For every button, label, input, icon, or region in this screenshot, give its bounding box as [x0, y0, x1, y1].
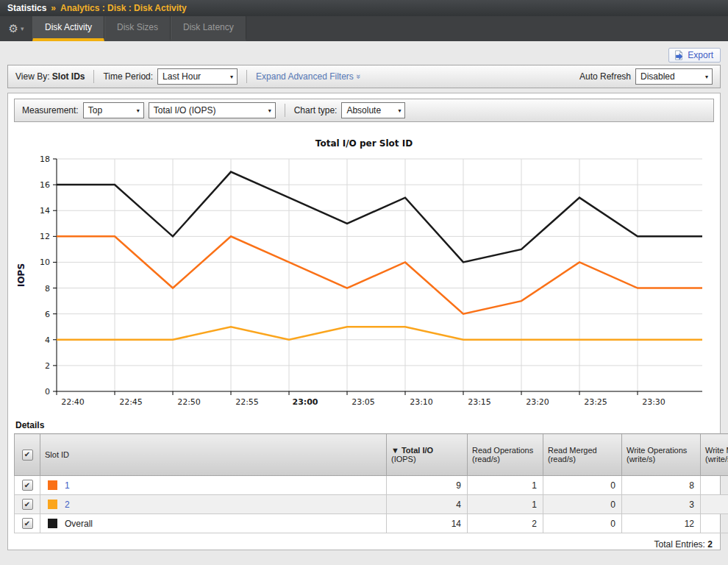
svg-text:22:50: 22:50: [177, 397, 201, 407]
cell-value: 0: [543, 514, 622, 533]
svg-text:23:20: 23:20: [526, 397, 549, 407]
column-title: Read Merged: [548, 446, 617, 455]
tab-disk-sizes[interactable]: Disk Sizes: [104, 16, 171, 41]
tab-label: Disk Sizes: [117, 22, 158, 32]
breadcrumb: Statistics » Analytics : Disk : Disk Act…: [0, 0, 728, 16]
expand-filters-label: Expand Advanced Filters: [256, 71, 354, 82]
cell-value: 37: [701, 514, 728, 533]
svg-text:22:40: 22:40: [61, 397, 85, 407]
checkmark-icon: ✔: [24, 482, 30, 489]
time-period-value: Last Hour: [163, 71, 201, 82]
tab-bar: ⚙ ▾ Disk Activity Disk Sizes Disk Latenc…: [0, 16, 728, 41]
row-checkbox[interactable]: ✔: [22, 480, 33, 491]
svg-text:8: 8: [45, 284, 50, 294]
series-color-swatch: [48, 480, 57, 490]
divider: [246, 70, 247, 83]
tab-disk-activity[interactable]: Disk Activity: [32, 16, 104, 41]
select-arrow-icon: ▾: [398, 107, 401, 114]
column-unit: (write/s): [627, 455, 696, 463]
cell-value: 12: [622, 514, 701, 533]
column-unit: (IOPS): [391, 455, 463, 463]
total-entries: Total Entries: 2: [14, 533, 714, 551]
chart-area: 02468101214161822:4022:4522:5022:5523:00…: [14, 152, 714, 413]
column-header-slot-id[interactable]: Slot ID: [40, 434, 387, 476]
auto-refresh-label: Auto Refresh: [579, 71, 631, 82]
divider: [93, 70, 94, 83]
column-header-read-operations[interactable]: Read Operations(read/s): [468, 434, 543, 476]
measurement-scope-select[interactable]: Top ▾: [83, 102, 144, 118]
time-period-select[interactable]: Last Hour ▾: [157, 68, 238, 85]
cell-value: 9: [387, 476, 468, 495]
row-checkbox[interactable]: ✔: [22, 499, 33, 510]
series-color-swatch: [48, 500, 57, 509]
settings-menu-button[interactable]: ⚙ ▾: [0, 16, 32, 41]
total-entries-label: Total Entries:: [654, 539, 705, 550]
view-by-label: View By:: [15, 71, 49, 82]
divider: [285, 104, 285, 117]
chart-panel: Measurement: Top ▾ Total I/O (IOPS) ▾ Ch…: [7, 93, 721, 550]
tab-label: Disk Activity: [45, 22, 92, 32]
main-content: Export View By: Slot IDs Time Period: La…: [0, 41, 728, 550]
auto-refresh-select[interactable]: Disabled ▾: [635, 68, 713, 85]
export-row: Export: [7, 46, 721, 65]
export-button[interactable]: Export: [668, 48, 721, 63]
svg-text:6: 6: [45, 310, 50, 319]
checkmark-icon: ✔: [24, 520, 30, 527]
breadcrumb-root[interactable]: Statistics: [7, 3, 46, 13]
measurement-label: Measurement:: [22, 105, 79, 116]
slot-id-link[interactable]: 1: [65, 480, 70, 491]
iops-line-chart: 02468101214161822:4022:4522:5022:5523:00…: [14, 152, 714, 411]
cell-value: 0: [543, 476, 622, 495]
chart-type-value: Absolute: [346, 105, 381, 116]
cell-value: 13: [701, 495, 728, 514]
svg-text:22:45: 22:45: [119, 397, 143, 407]
column-header-total-i-o[interactable]: ▼ Total I/O(IOPS): [387, 434, 468, 476]
cell-value: 1: [468, 495, 543, 514]
select-arrow-icon: ▾: [268, 107, 271, 114]
column-title: Write Operations: [627, 446, 696, 455]
cell-value: 3: [622, 495, 701, 514]
slot-id-link[interactable]: 2: [65, 500, 70, 510]
series-line-1: [57, 236, 702, 313]
cell-value: 23: [701, 476, 728, 495]
row-checkbox[interactable]: ✔: [22, 518, 33, 529]
column-header-read-merged[interactable]: Read Merged(read/s): [543, 434, 622, 476]
column-title: ▼ Total I/O: [391, 446, 463, 455]
measurement-scope-value: Top: [88, 105, 102, 116]
select-all-checkbox[interactable]: ✔: [22, 449, 33, 461]
details-section-label: Details: [15, 420, 714, 430]
tab-disk-latency[interactable]: Disk Latency: [171, 16, 246, 41]
details-header-row: ✔ Slot ID▼ Total I/O(IOPS)Read Operation…: [15, 434, 728, 476]
select-arrow-icon: ▾: [705, 74, 708, 80]
chart-type-label: Chart type:: [294, 105, 338, 116]
chart-type-select[interactable]: Absolute ▾: [341, 102, 405, 118]
select-arrow-icon: ▾: [230, 74, 233, 80]
cell-value: 0: [543, 495, 622, 514]
svg-text:16: 16: [40, 180, 50, 190]
column-header-write-operations[interactable]: Write Operations(write/s): [622, 434, 701, 476]
breadcrumb-separator-icon: »: [51, 3, 56, 13]
column-header-write-merged[interactable]: Write Merged(write/s): [701, 434, 728, 476]
series-line-overall: [57, 172, 702, 263]
tab-label: Disk Latency: [183, 22, 234, 32]
series-line-2: [57, 327, 702, 340]
sort-desc-icon: ▼ Total I/O: [391, 446, 433, 455]
cell-value: 4: [387, 495, 468, 514]
chevron-down-icon: ▾: [21, 25, 24, 32]
view-by-value: Slot IDs: [52, 71, 85, 82]
column-title: Slot ID: [45, 450, 382, 459]
slot-id-label: Overall: [65, 519, 93, 529]
double-chevron-down-icon: »: [354, 74, 363, 79]
table-row-overall: ✔Overall14201237: [15, 514, 728, 533]
svg-text:23:15: 23:15: [468, 397, 491, 407]
measurement-metric-value: Total I/O (IOPS): [154, 105, 216, 116]
svg-text:IOPS: IOPS: [16, 263, 26, 287]
column-unit: (read/s): [472, 455, 538, 463]
svg-text:23:25: 23:25: [584, 397, 607, 407]
svg-text:12: 12: [40, 232, 50, 241]
checkmark-icon: ✔: [24, 451, 30, 458]
column-unit: (write/s): [705, 455, 728, 463]
measurement-metric-select[interactable]: Total I/O (IOPS) ▾: [149, 102, 276, 118]
expand-advanced-filters-link[interactable]: Expand Advanced Filters»: [256, 71, 361, 82]
svg-text:23:10: 23:10: [410, 397, 433, 407]
